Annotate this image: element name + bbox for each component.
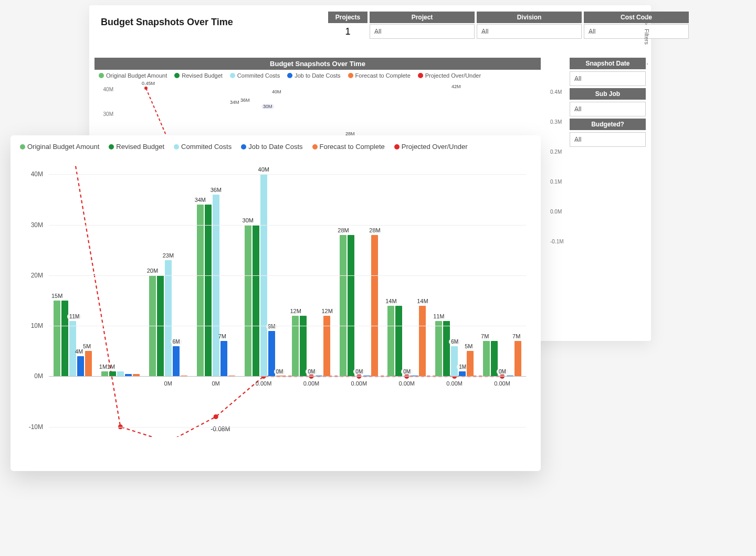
bar-value-label: 4M [75, 348, 83, 355]
bar-value-label: 1M [107, 363, 115, 370]
chart-bar[interactable] [109, 371, 116, 377]
chart-bar[interactable] [459, 371, 466, 377]
chart-bar[interactable] [213, 195, 219, 377]
legend-item[interactable]: Forecast to Complete [312, 143, 385, 151]
projects-count: 1 [328, 24, 368, 39]
chart-bar[interactable] [253, 225, 259, 377]
x-tick-label: 0.00M [478, 380, 526, 387]
legend-item[interactable]: Projected Over/Under [394, 143, 468, 151]
legend-dot-icon [312, 144, 318, 149]
y-axis: 40M30M20M10M0M-10M [20, 164, 46, 437]
chart-bar[interactable] [61, 301, 68, 376]
costcode-dropdown[interactable]: All⌄ [584, 24, 689, 39]
bar-group[interactable]: 12M0M12M0.00M [288, 164, 335, 437]
bar-value-label: 14M [417, 298, 428, 304]
division-dropdown[interactable]: All⌄ [477, 24, 582, 39]
bar-group[interactable]: 34M36M7M0M [192, 164, 240, 437]
bar-value-label: 9M [266, 324, 278, 329]
subjob-dropdown[interactable]: All⌄ [570, 102, 646, 116]
back-right-axis: 0.4M 0.3M 0.2M 0.1M 0.0M -0.1M [550, 89, 564, 269]
x-tick-label: 0.00M [335, 380, 383, 387]
legend-dot-icon [20, 144, 25, 149]
bar-group[interactable]: 14M0M14M0.00M [383, 164, 430, 437]
chart-bar[interactable] [348, 235, 354, 377]
legend-item[interactable]: Original Budget Amount [20, 143, 99, 151]
chart-bar[interactable] [514, 341, 521, 376]
bar-value-label: 12M [290, 308, 301, 314]
bar-value-label: 11M [67, 314, 81, 319]
bar-value-label: 5M [465, 343, 472, 349]
chart-bar[interactable] [165, 260, 172, 376]
chevron-down-icon: ⌄ [589, 29, 684, 35]
chart-bar[interactable] [197, 205, 204, 376]
legend-item[interactable]: Job to Date Costs [241, 143, 302, 151]
y-tick: 40M [31, 170, 43, 178]
chart-bar[interactable] [117, 371, 124, 377]
chart-bar[interactable] [77, 356, 84, 377]
chart-bar[interactable] [387, 306, 394, 377]
project-dropdown[interactable]: All⌄ [370, 24, 475, 39]
chart-bar[interactable] [371, 235, 378, 377]
x-tick-label: 0.00M [383, 380, 430, 387]
chart-bar[interactable] [323, 316, 330, 377]
page-title: Budget Snapshots Over Time [101, 17, 233, 28]
bar-group[interactable]: 7M0M7M0.00M [478, 164, 526, 437]
filters-pane-toggle[interactable]: ‹ ▿ Filters [641, 14, 652, 47]
chart-plot: 0.45M-0.10M-0.08M 15M11M4M5M1M1M20M23M6M… [49, 164, 526, 437]
chart-bar[interactable] [340, 235, 346, 377]
bar-value-label: 20M [147, 268, 158, 274]
chevron-down-icon: ⌄ [574, 106, 641, 112]
chart-bar[interactable] [54, 301, 60, 376]
bar-value-label: 0M [401, 369, 413, 375]
chart-bar[interactable] [85, 351, 92, 376]
chart-bar[interactable] [220, 341, 227, 376]
snapshot-date-dropdown[interactable]: All⌄ [570, 71, 646, 86]
chart-bar[interactable] [245, 225, 251, 377]
chevron-down-icon: ⌄ [481, 29, 577, 35]
chart-bar[interactable] [395, 306, 402, 377]
chart-bar[interactable] [483, 341, 490, 376]
x-tick-label: 0M [192, 380, 240, 387]
legend-dot-icon [174, 73, 180, 78]
chart-bar[interactable] [435, 321, 442, 377]
bar-value-label: 28M [369, 227, 380, 233]
chart-bar[interactable] [173, 346, 180, 377]
bar-value-label: 11M [433, 313, 444, 319]
chart-bar[interactable] [292, 316, 299, 377]
bar-value-label: 30M [243, 217, 254, 223]
chart-bar[interactable] [467, 351, 474, 376]
side-filters: Snapshot Date All⌄ Sub Job All⌄ Budgeted… [570, 58, 646, 147]
bar-group[interactable]: 20M23M6M0M [144, 164, 192, 437]
bar-value-label: 34M [195, 197, 206, 203]
bar-value-label: 6M [171, 339, 182, 345]
bar-value-label: 28M [338, 227, 349, 233]
legend-dot-icon [241, 144, 246, 149]
chart-bar[interactable] [300, 316, 307, 377]
chart-bar[interactable] [205, 205, 212, 376]
chart-bar[interactable] [419, 306, 426, 377]
chart-bar[interactable] [451, 346, 458, 377]
bar-group[interactable]: 11M6M1M5M0.00M [430, 164, 478, 437]
bar-group[interactable]: 30M40M9M0M0.00M [240, 164, 288, 437]
chart-area[interactable]: 40M30M20M10M0M-10M 0.45M-0.10M-0.08M 15M… [20, 154, 531, 458]
budgeted-dropdown[interactable]: All⌄ [570, 132, 646, 147]
bar-value-label: 12M [321, 308, 332, 314]
legend-item[interactable]: Revised Budget [109, 143, 164, 151]
legend-item[interactable]: Commited Costs [174, 143, 232, 151]
bar-group[interactable]: 1M1M [97, 164, 144, 437]
bar-value-label: 7M [512, 333, 520, 339]
bar-group[interactable]: 15M11M4M5M [49, 164, 97, 437]
embedded-chart-title: Budget Snapshots Over Time [94, 58, 541, 70]
legend-dot-icon [287, 73, 292, 78]
chart-front-card: Original Budget Amount Revised Budget Co… [10, 135, 541, 471]
top-filter-headers: Projects Project Division Cost Code [328, 12, 646, 23]
bar-group[interactable]: 28M0M28M0.00M [335, 164, 383, 437]
legend-dot-icon [99, 73, 104, 78]
chart-bar[interactable] [268, 331, 275, 377]
bar-value-label: 0M [353, 369, 365, 375]
bar-value-label: 6M [449, 339, 460, 345]
bar-value-label: 0M [497, 369, 508, 375]
filter-header-costcode: Cost Code [584, 12, 689, 23]
chart-bar[interactable] [443, 321, 450, 377]
chart-bar[interactable] [101, 371, 108, 377]
